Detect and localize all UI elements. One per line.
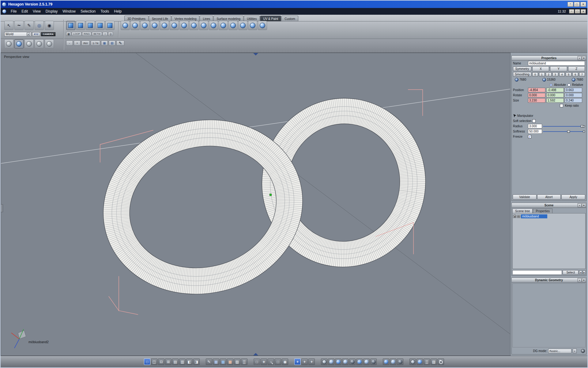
collapse-icon[interactable]	[578, 278, 582, 282]
scene-filter-input[interactable]	[512, 270, 562, 275]
grid-b-icon[interactable]	[109, 40, 115, 46]
uv-tool-11[interactable]	[219, 21, 228, 30]
uv-tool-07[interactable]	[179, 21, 189, 30]
manipulator-axis-b-icon[interactable]	[308, 358, 315, 365]
select-object-icon[interactable]	[96, 21, 105, 30]
select-points-icon[interactable]	[66, 21, 75, 30]
grid-a-icon[interactable]	[101, 40, 108, 46]
titlebar[interactable]: Hexagon Version 2.5.1.79	[1, 1, 587, 8]
uv-tool-14[interactable]	[248, 21, 257, 30]
smoothing-level-7[interactable]: 7	[579, 72, 585, 76]
tab-scene-tree[interactable]: Scene tree	[512, 209, 533, 213]
sphere-dark-icon[interactable]	[349, 358, 356, 365]
uv-tool-12[interactable]	[228, 21, 238, 30]
menu-view[interactable]: View	[30, 9, 43, 14]
chevron-down-icon[interactable]	[27, 33, 30, 36]
sphere-shadow-icon[interactable]	[370, 358, 377, 365]
smoothing-level-3[interactable]: 3	[552, 72, 558, 76]
next-icon[interactable]	[583, 270, 586, 274]
close-panel-icon[interactable]	[582, 203, 586, 207]
shaded-sphere-icon[interactable]	[14, 39, 24, 48]
smoothing-level-0[interactable]: 0	[532, 72, 538, 76]
mobius-strip[interactable]	[85, 88, 436, 315]
soft-selection-checkbox[interactable]	[532, 119, 536, 123]
lock-icon[interactable]	[513, 215, 516, 218]
uv-tool-06[interactable]	[170, 21, 179, 30]
xyz-button[interactable]: XYZ	[32, 32, 40, 36]
validate-button[interactable]: Validate	[513, 194, 537, 200]
menu-help[interactable]: Help	[111, 9, 124, 14]
menu-display[interactable]: Display	[43, 9, 60, 14]
top-splitter-handle[interactable]	[253, 53, 258, 56]
zoom-magnifier-icon[interactable]	[268, 358, 274, 365]
sphere-sky-icon[interactable]	[417, 358, 423, 365]
eye-icon[interactable]	[282, 358, 288, 365]
scene-header[interactable]: Scene	[512, 203, 586, 208]
uv-tool-13[interactable]	[238, 21, 247, 30]
layout-rows-icon[interactable]	[172, 358, 179, 365]
sphere-textured-icon[interactable]	[342, 358, 349, 365]
ring-select-icon[interactable]	[35, 21, 44, 30]
freeze-checkbox[interactable]	[528, 135, 531, 138]
loop-button[interactable]: LOOP	[72, 32, 81, 36]
light-icon[interactable]	[424, 358, 430, 365]
layout-split-h-icon[interactable]	[158, 358, 164, 365]
shaded-icon[interactable]	[234, 358, 240, 365]
softness-field[interactable]	[528, 129, 542, 134]
relative-radio[interactable]	[567, 83, 571, 86]
dotted-icon[interactable]	[241, 358, 247, 365]
brush-icon[interactable]	[116, 40, 124, 46]
radius-slider[interactable]	[543, 125, 585, 128]
menu-edit[interactable]: Edit	[19, 9, 30, 14]
scene-tree[interactable]: möbiusband	[512, 213, 586, 269]
menu-file[interactable]: File	[8, 9, 19, 14]
bottom-splitter-handle[interactable]	[253, 353, 258, 355]
tree-item-mobiusband[interactable]: möbiusband	[513, 214, 585, 218]
rotate-z-field[interactable]	[565, 93, 582, 98]
marquee-dashed-icon[interactable]	[254, 358, 260, 365]
rotate-y-field[interactable]	[546, 93, 564, 98]
chevron-down-icon[interactable]	[573, 349, 577, 353]
abort-button[interactable]: Abort	[537, 194, 561, 200]
close-icon[interactable]	[580, 2, 586, 7]
layout-split-v-icon[interactable]	[151, 358, 157, 365]
position-x-field[interactable]	[528, 88, 545, 92]
material-icon[interactable]	[431, 358, 437, 365]
camera-mode-button[interactable]: CAMERA	[41, 32, 55, 36]
mdi-restore-icon[interactable]	[575, 9, 580, 13]
layout-grid-icon[interactable]	[165, 358, 172, 365]
layout-single-icon[interactable]	[144, 358, 150, 365]
tab-vertex-modeling[interactable]: Vertex modeling	[172, 16, 200, 21]
symmetry-z-button[interactable]: Z	[568, 66, 585, 71]
sphere-flat-icon[interactable]	[328, 358, 334, 365]
select-button[interactable]: Select	[563, 270, 579, 275]
size-x-field[interactable]	[528, 98, 545, 103]
manipulator-axis-a-icon[interactable]	[301, 358, 308, 365]
minimize-icon[interactable]	[567, 2, 573, 7]
name-field[interactable]	[528, 61, 585, 66]
collapse-icon[interactable]	[578, 203, 582, 207]
wire-sphere-icon[interactable]	[35, 39, 44, 48]
left-splitter-handle[interactable]	[1, 204, 3, 212]
sphere-env-icon[interactable]	[409, 358, 416, 365]
smoothing-level-6[interactable]: 6	[572, 72, 578, 76]
tab-scene-properties[interactable]: Properties	[533, 209, 552, 213]
position-z-field[interactable]	[565, 88, 582, 92]
camera-orbit-icon[interactable]	[45, 21, 54, 30]
sphere-smooth-icon[interactable]	[335, 358, 341, 365]
rotate-x-field[interactable]	[528, 93, 545, 98]
sphere-wire-icon[interactable]	[321, 358, 327, 365]
position-y-field[interactable]	[546, 88, 564, 92]
manipulator-universal-icon[interactable]	[294, 358, 301, 365]
annotate-pencil-icon[interactable]	[206, 358, 212, 365]
collapse-icon[interactable]	[578, 56, 582, 60]
uv-tool-04[interactable]	[150, 21, 159, 30]
sphere-render-b-icon[interactable]	[390, 358, 396, 365]
radius-field[interactable]	[528, 124, 542, 128]
menu-window[interactable]: Window	[60, 9, 78, 14]
world-selector[interactable]: World	[4, 32, 31, 36]
smoothing-button[interactable]: Smoothing	[513, 72, 531, 77]
pan-move-icon[interactable]	[261, 358, 267, 365]
layout-mix-right-icon[interactable]	[193, 358, 200, 365]
symmetry-x-button[interactable]: X	[532, 66, 549, 71]
